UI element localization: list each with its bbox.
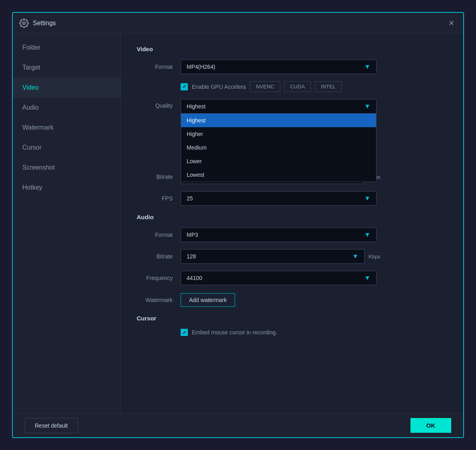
ok-button[interactable]: OK xyxy=(410,418,452,433)
audio-format-dropdown[interactable]: MP3 ▼ xyxy=(181,228,376,242)
fps-dropdown[interactable]: 25 ▼ xyxy=(181,191,376,206)
format-label: Format xyxy=(137,64,173,70)
gpu-checkbox[interactable]: ✓ xyxy=(181,83,188,90)
quality-value: Highest xyxy=(187,103,205,110)
audio-bitrate-arrow-icon: ▼ xyxy=(352,253,358,260)
audio-bitrate-value: 128 xyxy=(187,253,196,260)
nvenc-button[interactable]: NVENC xyxy=(250,81,280,92)
sidebar-item-video[interactable]: Video xyxy=(13,78,120,98)
sidebar-item-folder[interactable]: Folder xyxy=(13,38,120,58)
fps-arrow-icon: ▼ xyxy=(364,195,370,202)
audio-frequency-dropdown[interactable]: 44100 ▼ xyxy=(181,271,376,285)
gpu-row: ✓ Enable GPU Accelera NVENC CUDA INTEL xyxy=(137,81,447,92)
fps-row: FPS 25 ▼ xyxy=(137,191,447,206)
bitrate-label: Bitrate xyxy=(137,174,173,180)
content-area: Video Format MP4(H264) ▼ ✓ Enable GPU Ac… xyxy=(121,34,463,413)
svg-point-0 xyxy=(23,22,25,24)
quality-dropdown-wrapper: Highest ▼ Highest Higher Medium Lower Lo… xyxy=(181,99,376,114)
audio-format-label: Format xyxy=(137,232,173,238)
video-section-title: Video xyxy=(137,46,447,52)
settings-icon xyxy=(19,18,29,28)
sidebar-item-target[interactable]: Target xyxy=(13,58,120,78)
cursor-section-title: Cursor xyxy=(137,315,447,322)
titlebar: Settings ✕ xyxy=(13,13,463,34)
footer: Reset default OK xyxy=(13,413,463,437)
embed-checkmark-icon: ✓ xyxy=(182,330,187,336)
close-button[interactable]: ✕ xyxy=(446,18,457,29)
video-format-value: MP4(H264) xyxy=(187,64,215,70)
quality-option-medium[interactable]: Medium xyxy=(181,141,376,154)
quality-option-higher[interactable]: Higher xyxy=(181,127,376,141)
embed-cursor-checkbox[interactable]: ✓ xyxy=(181,329,188,336)
quality-option-lowest[interactable]: Lowest xyxy=(181,168,376,182)
sidebar-item-watermark[interactable]: Watermark xyxy=(13,118,120,138)
sidebar: Folder Target Video Audio Watermark Curs… xyxy=(13,34,121,413)
embed-cursor-label: Embed mouse cursor in recording. xyxy=(192,329,277,336)
audio-frequency-row: Frequency 44100 ▼ xyxy=(137,271,447,285)
sidebar-item-hotkey[interactable]: Hotkey xyxy=(13,178,120,198)
main-body: Folder Target Video Audio Watermark Curs… xyxy=(13,34,463,413)
audio-frequency-arrow-icon: ▼ xyxy=(364,274,370,282)
quality-option-lower[interactable]: Lower xyxy=(181,154,376,168)
quality-options-list: Highest Higher Medium Lower Lowest xyxy=(181,114,376,182)
audio-format-row: Format MP3 ▼ xyxy=(137,228,447,242)
audio-frequency-value: 44100 xyxy=(187,275,202,281)
settings-window: Settings ✕ Folder Target Video Audio Wat… xyxy=(12,12,464,438)
sidebar-item-cursor[interactable]: Cursor xyxy=(13,138,120,158)
quality-dropdown[interactable]: Highest ▼ xyxy=(181,99,376,114)
audio-bitrate-label: Bitrate xyxy=(137,253,173,260)
audio-bitrate-dropdown[interactable]: 128 ▼ xyxy=(181,249,364,264)
audio-bitrate-row: Bitrate 128 ▼ Kbps xyxy=(137,249,447,264)
quality-row: Quality Highest ▼ Highest Higher Medium … xyxy=(137,99,447,114)
embed-cursor-row: ✓ Embed mouse cursor in recording. xyxy=(181,329,447,336)
intel-button[interactable]: INTEL xyxy=(315,81,342,92)
add-watermark-button[interactable]: Add watermark xyxy=(181,293,235,307)
audio-format-value: MP3 xyxy=(187,232,198,238)
fps-value: 25 xyxy=(187,195,193,202)
watermark-label: Watermark xyxy=(137,297,173,303)
fps-label: FPS xyxy=(137,195,173,202)
audio-frequency-label: Frequency xyxy=(137,275,173,281)
format-row: Format MP4(H264) ▼ xyxy=(137,60,447,74)
video-format-dropdown[interactable]: MP4(H264) ▼ xyxy=(181,60,376,74)
quality-arrow-icon: ▼ xyxy=(364,103,370,110)
gpu-acceleration-row: ✓ Enable GPU Accelera NVENC CUDA INTEL xyxy=(181,81,342,92)
audio-bitrate-unit: Kbps xyxy=(368,254,380,260)
cuda-button[interactable]: CUDA xyxy=(284,81,311,92)
sidebar-item-audio[interactable]: Audio xyxy=(13,98,120,118)
checkmark-icon: ✓ xyxy=(182,84,187,90)
window-title: Settings xyxy=(33,20,446,27)
quality-option-highest[interactable]: Highest xyxy=(181,114,376,127)
quality-label: Quality xyxy=(137,102,173,109)
reset-default-button[interactable]: Reset default xyxy=(25,418,78,433)
sidebar-item-screenshot[interactable]: Screenshot xyxy=(13,158,120,178)
watermark-row: Watermark Add watermark xyxy=(137,293,447,307)
audio-format-arrow-icon: ▼ xyxy=(364,231,370,238)
dropdown-arrow-icon: ▼ xyxy=(364,63,370,70)
gpu-label: Enable GPU Accelera xyxy=(192,84,246,90)
audio-section-title: Audio xyxy=(137,214,447,220)
